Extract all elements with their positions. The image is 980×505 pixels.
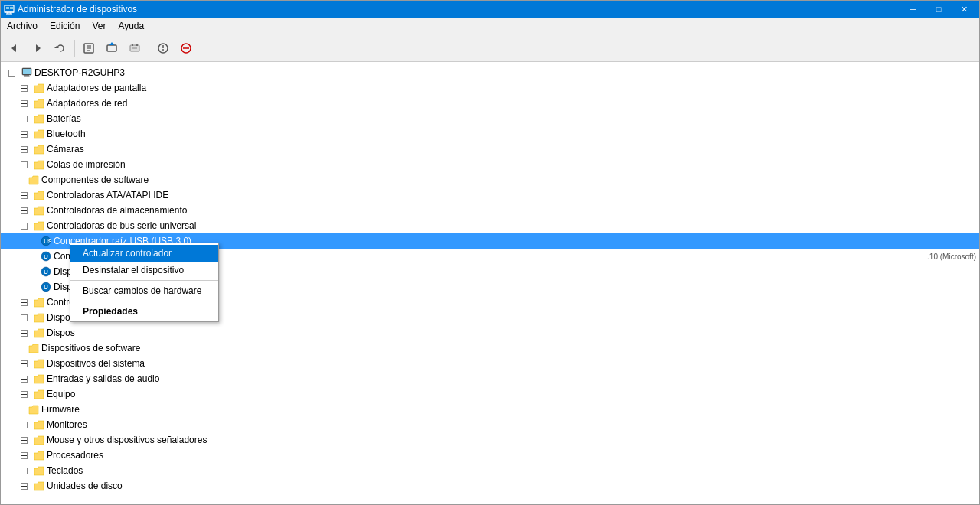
tree-item-procesadores[interactable]: Procesadores [1,448,979,463]
tree-item-equipo[interactable]: Equipo [1,386,979,402]
expand-btn[interactable] [18,464,30,477]
tree-item-firmware[interactable]: Firmware [1,402,979,417]
spacer [30,250,37,262]
svg-marker-15 [109,42,114,45]
toolbar-separator-1 [74,40,75,57]
tree-item-teclados[interactable]: Teclados [1,463,979,478]
folder-icon [28,174,40,186]
maximize-button[interactable]: □ [926,2,951,17]
item-label: Dispositivos de software [41,343,976,354]
item-label: Dispositivos del sistema [47,358,976,369]
tree-item-colas-impresion[interactable]: Colas de impresión [1,157,979,172]
tree-item-componentes-software[interactable]: Componentes de software [1,172,979,187]
tree-item-adaptadores-red[interactable]: Adaptadores de red [1,96,979,111]
back-button[interactable] [4,37,25,59]
spacer [18,174,24,186]
tree-item-controladoras-ata[interactable]: Controladoras ATA/ATAPI IDE [1,187,979,203]
expand-btn[interactable] [18,97,30,109]
window-title: Administrador de dispositivos [18,4,137,15]
tree-item-mouse[interactable]: Mouse y otros dispositivos señaladores [1,432,979,448]
tooltip-partial: .10 (Microsoft) [927,252,976,261]
expand-btn[interactable] [18,449,30,461]
expand-btn[interactable] [18,189,30,201]
expand-btn[interactable] [18,311,30,324]
minimize-button[interactable]: ─ [901,2,926,17]
spacer [30,235,37,247]
usb-icon: U [40,250,52,262]
tree-item-monitores[interactable]: Monitores [1,417,979,432]
svg-text:U: U [44,253,48,260]
computer-icon [21,67,33,79]
tree-item-unidades-disco[interactable]: Unidades de disco [1,478,979,494]
folder-icon [33,449,45,461]
usb-icon: U [40,281,52,293]
expand-btn[interactable] [18,419,30,431]
tree-item-dispositivos-sistema[interactable]: Dispositivos del sistema [1,356,979,371]
expand-btn[interactable] [18,158,30,171]
expand-btn[interactable] [18,388,30,400]
expand-btn[interactable] [18,373,30,385]
expand-btn[interactable] [18,480,30,492]
usb-icon: U [40,266,52,278]
tree-item-dispos2[interactable]: Dispos [1,325,979,340]
ctx-separator-2 [70,301,218,301]
svg-rect-2 [10,7,13,9]
menu-ver[interactable]: Ver [86,18,112,34]
close-button[interactable]: ✕ [952,2,976,17]
expand-btn[interactable] [18,327,30,339]
expand-btn[interactable] [18,434,30,446]
expand-btn-open[interactable] [18,220,30,232]
expand-btn[interactable] [18,128,30,140]
tree-item-camaras[interactable]: Cámaras [1,142,979,157]
svg-rect-29 [24,75,29,77]
item-label: Dispos [47,327,976,338]
menu-ayuda[interactable]: Ayuda [112,18,150,34]
expand-btn[interactable] [18,296,30,308]
expand-root[interactable] [5,67,18,79]
folder-icon [33,158,45,171]
tree-item-entradas-audio[interactable]: Entradas y salidas de audio [1,371,979,386]
item-label: Colas de impresión [47,159,976,170]
update-driver-button[interactable] [101,37,122,59]
tree-item-controladoras-almacenamiento[interactable]: Controladoras de almacenamiento [1,203,979,218]
expand-btn[interactable] [18,82,30,94]
menu-archivo[interactable]: Archivo [1,18,44,34]
svg-rect-14 [107,45,116,51]
main-window: Administrador de dispositivos ─ □ ✕ Arch… [0,0,980,505]
refresh-button[interactable] [50,37,71,59]
ctx-actualizar-controlador[interactable]: Actualizar controlador [70,245,218,262]
tree-root[interactable]: DESKTOP-R2GUHP3 [1,65,979,80]
tree-item-controladoras-bus[interactable]: Controladoras de bus serie universal [1,218,979,233]
expand-btn[interactable] [18,204,30,217]
expand-btn[interactable] [18,357,30,370]
item-label: Componentes de software [41,174,976,185]
tree-item-baterias[interactable]: Baterías [1,111,979,126]
properties-button[interactable] [78,37,100,59]
spacer [18,342,24,354]
item-label: Bluetooth [47,129,976,139]
title-bar: Administrador de dispositivos ─ □ ✕ [1,1,979,18]
ctx-separator-1 [70,280,218,281]
item-label: Cámaras [47,144,976,155]
item-label: Monitores [47,419,976,430]
tree-item-adaptadores-pantalla[interactable]: Adaptadores de pantalla [1,80,979,96]
folder-icon [33,327,45,339]
svg-rect-1 [6,7,9,9]
toolbar-separator-2 [149,40,149,57]
disable-button[interactable] [175,37,197,59]
ctx-buscar-cambios[interactable]: Buscar cambios de hardware [70,282,218,299]
scan-hardware-button[interactable] [152,37,174,59]
spacer [18,403,24,415]
tree-item-bluetooth[interactable]: Bluetooth [1,126,979,142]
folder-icon [28,342,40,354]
ctx-propiedades[interactable]: Propiedades [70,303,218,320]
uninstall-button[interactable] [124,37,145,59]
forward-button[interactable] [27,37,48,59]
context-menu: Actualizar controlador Desinstalar el di… [70,243,219,322]
expand-btn[interactable] [18,143,30,155]
svg-text:U: U [44,269,48,275]
ctx-desinstalar-dispositivo[interactable]: Desinstalar el dispositivo [70,262,218,279]
menu-edicion[interactable]: Edición [44,18,86,34]
expand-btn[interactable] [18,112,30,125]
tree-item-dispositivos-software[interactable]: Dispositivos de software [1,340,979,356]
